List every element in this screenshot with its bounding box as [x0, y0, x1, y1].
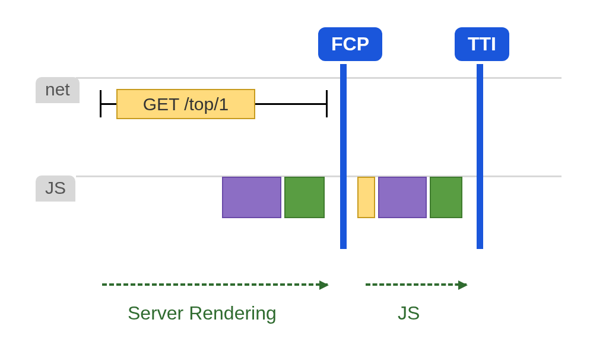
phase-arrow-server [102, 283, 328, 286]
js-block-purple-1 [222, 177, 281, 218]
timeline-diagram: FCP TTI net GET /top/1 JS Server Renderi… [0, 0, 590, 364]
row-rule-net [76, 77, 562, 79]
phase-arrow-js [366, 283, 467, 286]
phase-label-server: Server Rendering [128, 302, 277, 324]
net-request-end-tick [326, 90, 328, 117]
js-block-yellow [357, 177, 375, 218]
js-block-green-2 [430, 177, 462, 218]
tti-marker-line [477, 64, 483, 249]
net-request-box: GET /top/1 [116, 89, 255, 119]
js-block-purple-2 [378, 177, 427, 218]
row-label-js: JS [36, 175, 75, 202]
row-label-net: net [36, 77, 80, 103]
fcp-marker-line [340, 64, 347, 249]
js-block-green-1 [284, 177, 325, 218]
phase-label-js: JS [398, 302, 420, 324]
tti-marker-badge: TTI [455, 27, 509, 61]
fcp-marker-badge: FCP [318, 27, 382, 61]
